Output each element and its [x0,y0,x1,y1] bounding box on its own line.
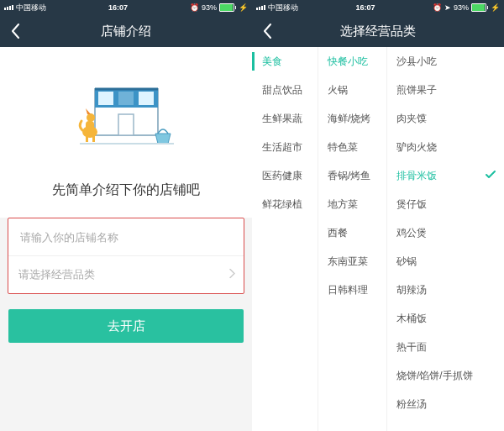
nav-bar: 选择经营品类 [252,15,504,47]
category-item[interactable]: 医药健康 [252,161,318,190]
status-bar: 中国移动 16:07 ⏰ 93% ⚡ [0,0,252,15]
battery-icon [471,3,488,12]
category-column-secondary: 快餐小吃火锅海鲜/烧烤特色菜香锅/烤鱼地方菜西餐东南亚菜日韩料理 [318,47,386,431]
category-item[interactable]: 热干面 [386,333,504,361]
category-item[interactable]: 快餐小吃 [318,47,386,76]
category-placeholder: 请选择经营品类 [18,267,95,282]
intro-heading: 先简单介绍下你的店铺吧 [0,169,252,218]
location-icon: ➤ [444,3,451,12]
page-title: 店铺介绍 [0,24,252,39]
check-icon [486,170,496,181]
status-time: 16:07 [298,3,433,12]
category-item[interactable]: 煎饼果子 [386,76,504,104]
intro-body: 先简单介绍下你的店铺吧 请选择经营品类 去开店 [0,47,252,431]
category-item[interactable]: 地方菜 [318,190,386,218]
category-item[interactable]: 美食 [252,47,318,76]
category-item[interactable]: 驴肉火烧 [386,133,504,161]
category-item[interactable]: 特色菜 [318,133,386,161]
svg-rect-11 [92,135,95,142]
category-item[interactable]: 甜点饮品 [252,76,318,104]
signal-icon [4,5,13,10]
back-button[interactable] [0,15,30,47]
category-item[interactable]: 烧饼/馅饼/手抓饼 [386,361,504,390]
carrier-label: 中国移动 [268,3,298,13]
svg-rect-8 [86,121,94,133]
chevron-left-icon [11,24,20,39]
category-column-primary: 美食甜点饮品生鲜果蔬生活超市医药健康鲜花绿植 [252,47,318,431]
category-item[interactable]: 木桶饭 [386,304,504,333]
category-item[interactable]: 鲜花绿植 [252,190,318,218]
battery-percent: 93% [202,3,217,12]
category-item[interactable]: 火锅 [318,76,386,104]
svg-rect-4 [139,92,154,105]
category-item[interactable]: 肉夹馍 [386,104,504,133]
chevron-left-icon [263,24,272,39]
alarm-icon: ⏰ [433,3,442,12]
battery-percent: 93% [454,3,469,12]
category-item[interactable]: 沙县小吃 [386,47,504,76]
category-item[interactable]: 鸡公煲 [386,218,504,247]
charging-icon: ⚡ [491,3,500,12]
category-item[interactable]: 煲仔饭 [386,190,504,218]
status-bar: 中国移动 16:07 ⏰ ➤ 93% ⚡ [252,0,504,15]
battery-icon [219,3,236,12]
alarm-icon: ⏰ [190,3,199,12]
category-item[interactable]: 生鲜果蔬 [252,104,318,133]
page-title: 选择经营品类 [252,24,504,39]
store-name-input[interactable] [18,230,234,244]
category-select-row[interactable]: 请选择经营品类 [8,256,244,293]
svg-point-9 [87,113,95,122]
category-item[interactable]: 粉丝汤 [386,390,504,418]
signal-icon [256,5,265,10]
charging-icon: ⚡ [239,3,248,12]
category-column-tertiary: 沙县小吃煎饼果子肉夹馍驴肉火烧排骨米饭煲仔饭鸡公煲砂锅胡辣汤木桶饭热干面烧饼/馅… [386,47,504,431]
category-item[interactable]: 西餐 [318,218,386,247]
form-box: 请选择经营品类 [8,218,244,294]
carrier-label: 中国移动 [16,3,46,13]
screen-store-intro: 中国移动 16:07 ⏰ 93% ⚡ 店铺介绍 [0,0,252,431]
category-item[interactable]: 生活超市 [252,133,318,161]
category-item[interactable]: 东南亚菜 [318,247,386,276]
open-store-button[interactable]: 去开店 [8,309,244,343]
category-item[interactable]: 砂锅 [386,247,504,276]
svg-rect-6 [118,114,134,135]
open-store-label: 去开店 [108,318,145,334]
status-time: 16:07 [46,3,190,12]
store-name-row[interactable] [8,218,244,256]
category-item[interactable]: 胡辣汤 [386,276,504,304]
category-item[interactable]: 海鲜/烧烤 [318,104,386,133]
svg-rect-3 [118,92,134,105]
store-illustration [0,47,252,169]
category-item[interactable]: 香锅/烤鱼 [318,161,386,190]
chevron-right-icon [229,269,235,281]
category-picker: 美食甜点饮品生鲜果蔬生活超市医药健康鲜花绿植 快餐小吃火锅海鲜/烧烤特色菜香锅/… [252,47,504,431]
svg-rect-10 [86,135,88,142]
back-button[interactable] [252,15,282,47]
category-item[interactable]: 排骨米饭 [386,161,504,190]
svg-rect-2 [98,92,113,105]
category-item[interactable]: 日韩料理 [318,276,386,304]
nav-bar: 店铺介绍 [0,15,252,47]
screen-select-category: 中国移动 16:07 ⏰ ➤ 93% ⚡ 选择经营品类 美食甜点饮品生鲜果蔬生活… [252,0,504,431]
